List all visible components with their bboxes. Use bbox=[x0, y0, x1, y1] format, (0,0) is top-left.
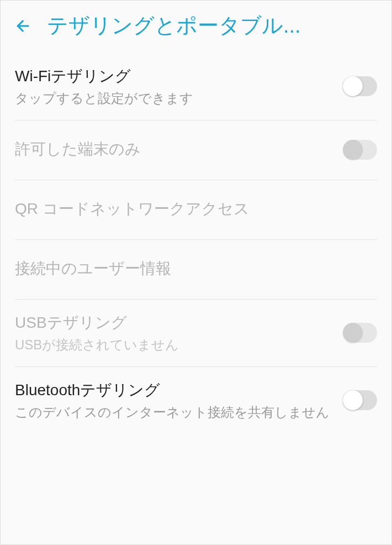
row-title: Bluetoothテザリング bbox=[15, 379, 334, 401]
toggle-wifi-tethering[interactable] bbox=[343, 76, 377, 96]
row-subtitle: タップすると設定ができます bbox=[15, 89, 334, 108]
row-title: QR コードネットワークアクセス bbox=[15, 198, 377, 219]
row-title: 許可した端末のみ bbox=[15, 138, 334, 160]
toggle-allowed-devices-only bbox=[343, 140, 377, 160]
back-icon[interactable] bbox=[12, 15, 34, 37]
toggle-knob bbox=[343, 76, 363, 96]
toggle-bluetooth-tethering[interactable] bbox=[343, 390, 377, 410]
row-title: USBテザリング bbox=[15, 312, 334, 333]
header: テザリングとポータブル... bbox=[1, 1, 391, 53]
toggle-usb-tethering bbox=[343, 323, 377, 343]
row-subtitle: このデバイスのインターネット接続を共有しません bbox=[15, 403, 334, 422]
page-title: テザリングとポータブル... bbox=[47, 12, 380, 40]
row-title: Wi-Fiテザリング bbox=[15, 65, 334, 87]
toggle-knob bbox=[343, 323, 363, 343]
row-usb-tethering: USBテザリング USBが接続されていません bbox=[15, 300, 377, 367]
toggle-knob bbox=[343, 140, 363, 160]
row-subtitle: USBが接続されていません bbox=[15, 336, 334, 354]
row-connected-user-info: 接続中のユーザー情報 bbox=[15, 240, 377, 300]
toggle-knob bbox=[343, 390, 363, 410]
row-qr-code-network-access: QR コードネットワークアクセス bbox=[15, 180, 377, 240]
row-bluetooth-tethering[interactable]: Bluetoothテザリング このデバイスのインターネット接続を共有しません bbox=[15, 367, 377, 434]
settings-list: Wi-Fiテザリング タップすると設定ができます 許可した端末のみ QR コード… bbox=[1, 53, 391, 433]
row-allowed-devices-only: 許可した端末のみ bbox=[15, 120, 377, 180]
row-title: 接続中のユーザー情報 bbox=[15, 258, 377, 279]
row-wifi-tethering[interactable]: Wi-Fiテザリング タップすると設定ができます bbox=[15, 53, 377, 120]
